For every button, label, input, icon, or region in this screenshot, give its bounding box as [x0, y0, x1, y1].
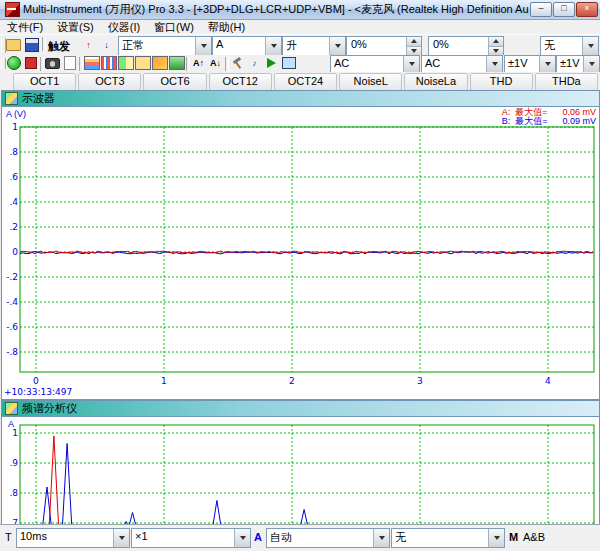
svg-text:-.6: -.6	[6, 322, 18, 332]
floppy-icon	[25, 38, 39, 52]
scope-y-axis-label: A (V)	[6, 109, 26, 119]
trigger-auto-value: 自动	[267, 529, 373, 547]
calibration-icon[interactable]	[229, 55, 246, 71]
spectrum-analyzer-panel: 频谱分析仪 A 1.9.8.7	[1, 400, 600, 526]
svg-text:1: 1	[12, 428, 18, 438]
hotkey-oct24[interactable]: OCT24	[274, 73, 337, 91]
menu-instrument[interactable]: 仪器(I)	[101, 20, 147, 34]
oscilloscope-panel: 示波器 A (V) A: 最大值= 0.06 mV B: 最大值= 0.09 m…	[1, 90, 600, 400]
chevron-down-icon[interactable]	[329, 37, 345, 55]
open-file-icon[interactable]	[5, 37, 22, 53]
play-icon[interactable]	[263, 55, 280, 71]
status-option-select[interactable]: 无	[391, 528, 505, 548]
svg-text:-.8: -.8	[6, 347, 18, 357]
hotkey-oct12[interactable]: OCT12	[209, 73, 272, 91]
hotkey-thda[interactable]: THDa	[535, 73, 598, 91]
channel-mode-label: A&B	[523, 531, 545, 543]
save-icon[interactable]	[23, 37, 40, 53]
run-icon[interactable]	[5, 55, 22, 71]
trigger-toolbar: 触发 ↑ ↓ 正常 A 升 0% 0% 无	[0, 34, 600, 56]
chevron-down-icon[interactable]	[234, 529, 250, 547]
maximize-button[interactable]: □	[553, 2, 575, 17]
channel-a-range-value: ±1V	[505, 56, 539, 72]
hotkey-oct1[interactable]: OCT1	[13, 73, 76, 91]
chevron-down-icon[interactable]	[539, 56, 555, 72]
separator	[42, 37, 46, 51]
trigger-source-select[interactable]: A	[212, 36, 282, 56]
hotkey-noisela[interactable]: NoiseLa	[404, 73, 467, 91]
oscilloscope-plot-area[interactable]: A (V) A: 最大值= 0.06 mV B: 最大值= 0.09 mV 1.…	[2, 107, 599, 399]
chevron-down-icon[interactable]	[583, 56, 599, 72]
trigger-level-value: 0%	[347, 37, 406, 55]
close-button[interactable]: ×	[576, 2, 598, 17]
sampling-toolbar: A↑ A↓ ♪ AC AC ±1V ±1V	[0, 55, 600, 72]
spin-down-icon[interactable]	[489, 46, 503, 56]
spectrum-3d-plot-icon[interactable]	[151, 55, 168, 71]
font-decrease-icon[interactable]: A↓	[207, 55, 224, 71]
channel-a-coupling-select[interactable]: AC	[330, 55, 420, 73]
signal-generator-icon[interactable]	[117, 55, 134, 71]
camera-icon[interactable]	[44, 55, 61, 71]
trigger-level-down-icon[interactable]: ↓	[98, 37, 115, 53]
title-bar[interactable]: Multi-Instrument (万用仪) Pro 3.3 - [+3DP+D…	[0, 0, 600, 20]
oscilloscope-panel-title: 示波器	[22, 91, 55, 106]
oscilloscope-window-icon	[5, 92, 18, 105]
sweep-time-select[interactable]: 10ms	[16, 528, 130, 548]
sweep-time-value: 10ms	[17, 529, 113, 547]
font-increase-icon[interactable]: A↑	[190, 55, 207, 71]
channel-a-range-select[interactable]: ±1V	[504, 55, 556, 73]
menu-settings[interactable]: 设置(S)	[50, 20, 101, 34]
oscilloscope-icon[interactable]	[83, 55, 100, 71]
spin-down-icon[interactable]	[407, 46, 421, 56]
spectrum-y-axis-label: A	[8, 419, 14, 429]
oscilloscope-panel-header[interactable]: 示波器	[2, 91, 599, 107]
minimize-button[interactable]: –	[530, 2, 552, 17]
spin-up-icon[interactable]	[407, 37, 421, 46]
trigger-filter-select[interactable]: 无	[540, 36, 599, 56]
chevron-down-icon[interactable]	[265, 37, 281, 55]
spin-up-icon[interactable]	[489, 37, 503, 46]
trigger-mode-select[interactable]: 正常	[118, 36, 212, 56]
hotkey-oct6[interactable]: OCT6	[143, 73, 206, 91]
multimeter-icon[interactable]	[134, 55, 151, 71]
trigger-source-value: A	[213, 37, 265, 55]
data-logger-icon[interactable]	[168, 55, 185, 71]
chevron-down-icon[interactable]	[486, 56, 502, 72]
svg-text:-.4: -.4	[6, 297, 18, 307]
svg-text:.4: .4	[9, 197, 18, 207]
hotkey-noisel[interactable]: NoiseL	[339, 73, 402, 91]
spectrum-analyzer-icon[interactable]	[100, 55, 117, 71]
chevron-down-icon[interactable]	[113, 529, 129, 547]
stop-icon[interactable]	[22, 55, 39, 71]
trigger-edge-select[interactable]: 升	[282, 36, 346, 56]
menu-window[interactable]: 窗口(W)	[147, 20, 201, 34]
trigger-auto-select[interactable]: 自动	[266, 528, 390, 548]
svg-text:-.2: -.2	[6, 272, 18, 282]
chevron-down-icon[interactable]	[488, 529, 504, 547]
channel-b-coupling-value: AC	[422, 56, 486, 72]
menu-help[interactable]: 帮助(H)	[201, 20, 252, 34]
menu-file[interactable]: 文件(F)	[0, 20, 50, 34]
channel-b-range-value: ±1V	[557, 56, 583, 72]
spectrum-panel-header[interactable]: 频谱分析仪	[2, 401, 599, 417]
chevron-down-icon[interactable]	[195, 37, 211, 55]
chevron-down-icon[interactable]	[373, 529, 389, 547]
trigger-delay-spinner[interactable]: 0%	[428, 36, 504, 56]
svg-text:.8: .8	[9, 147, 18, 157]
hotkey-thd[interactable]: THD	[470, 73, 533, 91]
channel-b-range-select[interactable]: ±1V	[556, 55, 600, 73]
svg-text:2: 2	[289, 376, 295, 386]
svg-text:+10:33:13:497: +10:33:13:497	[4, 387, 72, 397]
spectrum-window-icon	[5, 402, 18, 415]
copy-page-icon[interactable]	[61, 55, 78, 71]
chevron-down-icon[interactable]	[582, 37, 598, 55]
probe-multiplier-select[interactable]: ×1	[131, 528, 251, 548]
channel-b-coupling-select[interactable]: AC	[421, 55, 503, 73]
mute-icon[interactable]: ♪	[246, 55, 263, 71]
chevron-down-icon[interactable]	[403, 56, 419, 72]
spectrum-plot-area[interactable]: A 1.9.8.7	[2, 417, 599, 525]
trigger-level-spinner[interactable]: 0%	[346, 36, 422, 56]
hotkey-oct3[interactable]: OCT3	[78, 73, 141, 91]
trigger-level-up-icon[interactable]: ↑	[80, 37, 97, 53]
monitor-icon[interactable]	[280, 55, 297, 71]
